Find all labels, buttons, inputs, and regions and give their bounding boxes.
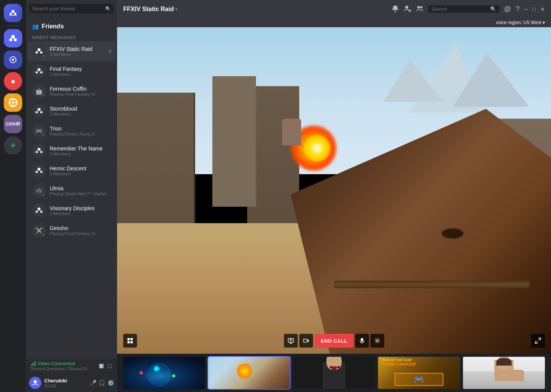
add-member-icon[interactable] — [404, 5, 411, 14]
avatar-trion: 🎮 — [32, 124, 46, 138]
thumbnail-2[interactable] — [208, 357, 290, 389]
svg-rect-50 — [361, 338, 363, 341]
server-icon-1[interactable] — [4, 29, 22, 47]
settings-button[interactable]: ⚙️ — [108, 380, 114, 386]
discriminator-label: #1234 — [44, 384, 87, 388]
dm-info-heroic-descent: Heroic Descent 3 Members — [50, 165, 112, 176]
video-area: END CALL — [117, 27, 551, 392]
main-content: FFXIV Static Raid ▾ — [117, 0, 551, 392]
dm-item-stormblood[interactable]: Stormblood 3 Members ✕ — [28, 101, 116, 121]
voice-region-dropdown-arrow[interactable]: ▾ — [543, 20, 545, 25]
grid-view-button[interactable] — [123, 334, 137, 348]
dm-item-trion[interactable]: 🎮 Trion Playing Donkey Kong Jr. ✕ — [28, 121, 116, 141]
dm-item-ffxiv-static-raid[interactable]: FFXIV Static Raid 3 Members ✕ — [28, 41, 116, 61]
svg-point-24 — [36, 171, 38, 173]
dm-info-gessho: Gessho Playing Final Fantasy XI — [50, 225, 112, 236]
svg-point-34 — [395, 11, 396, 12]
at-icon[interactable]: @ — [504, 5, 511, 13]
avatar-ffxiv-static-raid — [32, 44, 46, 58]
svg-point-28 — [40, 211, 42, 213]
svg-point-7 — [12, 59, 14, 61]
explosion-inner — [304, 135, 331, 162]
svg-rect-43 — [130, 341, 133, 343]
dm-info-trion: Trion Playing Donkey Kong Jr. — [50, 126, 112, 136]
svg-point-2 — [14, 13, 16, 15]
add-server-button[interactable]: + — [4, 136, 22, 155]
camera-button[interactable] — [299, 334, 313, 348]
server-icon-4[interactable] — [4, 93, 22, 112]
friends-title: Friends — [42, 23, 64, 30]
dm-info-ulmia: Ulmia Playing Spider-Man™: Shattered Dim… — [50, 185, 112, 196]
dm-info-ferreous-coffin: Ferreous Coffin Playing Final Fantasy XI — [50, 86, 112, 96]
dm-sub-heroic-descent: 3 Members — [50, 172, 112, 176]
close-dm-ffxiv-static-raid[interactable]: ✕ — [108, 48, 112, 55]
expand-video-button[interactable] — [531, 334, 545, 348]
dm-item-final-fantasy[interactable]: Final Fantasy 3 Members ✕ — [28, 61, 116, 81]
enemy-character — [282, 119, 301, 145]
settings-call-button[interactable] — [370, 334, 384, 348]
svg-point-11 — [37, 48, 41, 51]
members-icon[interactable] — [416, 5, 424, 14]
dm-section-label: DIRECT MESSAGES — [26, 33, 117, 41]
svg-point-27 — [36, 211, 38, 213]
voice-status-panel: Video Connected Discord Questions / Disc… — [26, 359, 117, 373]
svg-rect-30 — [33, 363, 33, 366]
header-search-input[interactable] — [431, 6, 490, 12]
dm-item-heroic-descent[interactable]: Heroic Descent 3 Members ✕ — [28, 161, 116, 181]
avatar-final-fantasy — [32, 64, 46, 78]
dm-name-heroic-descent: Heroic Descent — [50, 165, 112, 172]
friends-search-area: 🔍 — [26, 0, 117, 18]
mountain-2 — [453, 53, 529, 107]
dm-name-trion: Trion — [50, 126, 112, 132]
home-server-icon[interactable] — [4, 4, 22, 22]
mountain-3 — [383, 60, 443, 102]
server-icon-2[interactable] — [4, 51, 22, 69]
building-tower — [212, 76, 256, 207]
voice-region-value[interactable]: US West — [523, 20, 541, 25]
weapon-barrel — [334, 281, 529, 288]
mute-call-button[interactable] — [355, 334, 369, 348]
svg-point-35 — [405, 6, 408, 9]
title-dropdown-arrow[interactable]: ▾ — [175, 7, 178, 12]
voice-region-bar: voice region: US West ▾ — [117, 18, 551, 27]
username-label: Cherukiki — [44, 378, 87, 384]
thumbnail-5[interactable] — [463, 357, 545, 389]
thumbnail-1[interactable] — [123, 357, 205, 389]
thumbnail-3[interactable] — [293, 357, 375, 389]
svg-rect-29 — [31, 364, 32, 366]
thumbnail-4[interactable]: PLAY OF THE GAME GAMECHANGER 🎮 — [378, 357, 460, 389]
svg-point-13 — [40, 51, 42, 54]
dm-item-ferreous-coffin[interactable]: 🤖 Ferreous Coffin Playing Final Fantasy … — [28, 81, 116, 101]
help-icon[interactable]: ? — [516, 5, 520, 13]
mute-button[interactable]: 🎤 — [90, 380, 96, 386]
avatar-heroic-descent — [32, 164, 46, 178]
voice-controls: ℹ️ 🎧 — [99, 364, 112, 369]
dm-item-remember-the-name[interactable]: Remember The Name 3 Members ✕ — [28, 141, 116, 161]
share-screen-button[interactable] — [284, 334, 298, 348]
svg-point-23 — [37, 168, 41, 171]
svg-point-18 — [36, 111, 38, 113]
maximize-icon[interactable]: □ — [533, 6, 536, 12]
svg-point-38 — [417, 6, 420, 8]
server-icon-3[interactable]: ● — [4, 72, 22, 90]
dm-item-ulmia[interactable]: 🕷️ Ulmia Playing Spider-Man™: Shattered … — [28, 181, 116, 201]
notification-icon[interactable] — [391, 5, 399, 14]
friends-search-input[interactable] — [29, 4, 114, 13]
svg-point-19 — [40, 111, 42, 113]
dm-item-visionary-disciples[interactable]: Visionary Disciples 3 Members ✕ — [28, 201, 116, 220]
video-call-controls: END CALL — [284, 334, 384, 348]
svg-point-25 — [40, 171, 42, 173]
header-search-icon: 🔍 — [490, 6, 496, 12]
voice-info-icon[interactable]: ℹ️ — [99, 364, 104, 369]
deafen-button[interactable]: 🎧 — [99, 380, 105, 386]
dm-name-stormblood: Stormblood — [50, 106, 112, 112]
svg-rect-32 — [35, 361, 36, 366]
main-header: FFXIV Static Raid ▾ — [117, 0, 551, 18]
end-call-button[interactable]: END CALL — [315, 334, 354, 348]
dm-item-gessho[interactable]: ⚔️ Gessho Playing Final Fantasy XI ✕ — [28, 220, 116, 240]
svg-point-16 — [40, 71, 42, 74]
minimize-icon[interactable]: ─ — [524, 6, 528, 12]
server-icon-5[interactable]: CHAIR — [4, 115, 22, 133]
close-icon[interactable]: ✕ — [540, 6, 545, 12]
voice-headset-icon[interactable]: 🎧 — [107, 364, 112, 369]
